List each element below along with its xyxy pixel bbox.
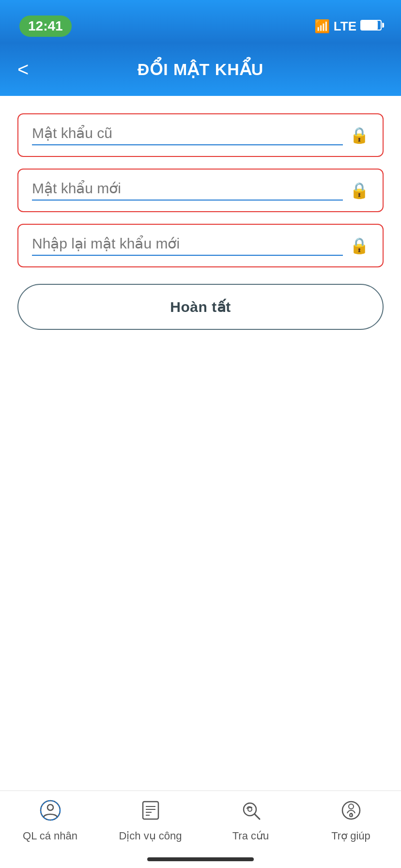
tro-giup-icon: ?: [340, 800, 362, 826]
tab-tro-giup[interactable]: ? Trợ giúp: [301, 800, 401, 842]
status-time: 12:41: [19, 16, 72, 37]
battery-icon: [360, 20, 382, 32]
tab-ql-ca-nhan[interactable]: QL cá nhân: [0, 800, 100, 842]
svg-line-9: [255, 814, 260, 819]
svg-point-12: [349, 804, 354, 809]
svg-point-1: [47, 805, 53, 810]
tra-cuu-icon: [240, 800, 262, 826]
tab-bar: QL cá nhân Dịch vụ công Tra cứu: [0, 790, 401, 868]
tab-tra-cuu[interactable]: Tra cứu: [200, 800, 301, 842]
confirm-password-group: 🔒: [17, 224, 384, 267]
status-right: 📶 LTE: [314, 19, 382, 34]
tab-dich-vu-cong[interactable]: Dịch vụ công: [100, 800, 200, 842]
tab-tra-cuu-label: Tra cứu: [232, 830, 269, 842]
old-password-group: 🔒: [17, 113, 384, 157]
tab-tro-giup-label: Trợ giúp: [331, 830, 370, 842]
lock-icon-old: 🔒: [350, 126, 369, 144]
tab-ql-ca-nhan-label: QL cá nhân: [23, 830, 77, 842]
home-indicator: [147, 857, 254, 861]
svg-point-10: [248, 807, 252, 811]
new-password-input[interactable]: [32, 180, 343, 201]
signal-icon: 📶: [314, 19, 330, 34]
status-bar: 12:41 📶 LTE: [0, 0, 401, 43]
page-title: ĐỔI MẬT KHẨU: [138, 60, 264, 79]
svg-rect-3: [143, 802, 158, 819]
dich-vu-cong-icon: [140, 800, 161, 826]
confirm-password-input[interactable]: [32, 235, 343, 256]
svg-text:?: ?: [349, 812, 353, 819]
ql-ca-nhan-icon: [40, 800, 61, 826]
old-password-input[interactable]: [32, 125, 343, 145]
lock-icon-new: 🔒: [350, 181, 369, 200]
main-content: 🔒 🔒 🔒 Hoàn tất: [0, 96, 401, 620]
tab-dich-vu-cong-label: Dịch vụ công: [119, 830, 182, 842]
new-password-group: 🔒: [17, 169, 384, 212]
back-button[interactable]: <: [17, 60, 29, 79]
lock-icon-confirm: 🔒: [350, 236, 369, 255]
header: < ĐỔI MẬT KHẨU: [0, 43, 401, 96]
submit-button[interactable]: Hoàn tất: [17, 284, 384, 330]
network-label: LTE: [334, 19, 356, 34]
